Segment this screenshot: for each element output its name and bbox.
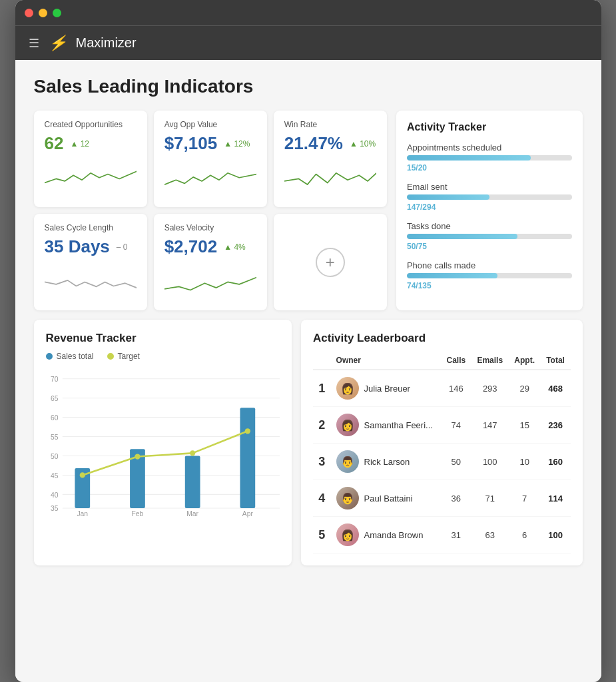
app-bar: ☰ ⚡ Maximizer xyxy=(15,25,601,60)
svg-text:40: 40 xyxy=(51,492,59,499)
target-dot-mar xyxy=(190,450,195,456)
svg-text:60: 60 xyxy=(51,414,59,422)
calls-cell: 146 xyxy=(441,370,471,407)
emails-cell: 71 xyxy=(471,480,509,517)
metric-change-1: ▲ 12% xyxy=(224,139,250,149)
menu-icon[interactable]: ☰ xyxy=(29,36,39,51)
activity-leaderboard: Activity Leaderboard Owner Calls Emails … xyxy=(301,320,583,565)
col-header-owner: Owner xyxy=(331,352,441,370)
metric-change-3: – 0 xyxy=(117,242,128,252)
svg-text:Jan: Jan xyxy=(77,510,88,517)
close-button[interactable] xyxy=(25,9,33,17)
owner-name: Paul Battaini xyxy=(364,494,413,504)
minimize-button[interactable] xyxy=(39,9,47,17)
bar-mar xyxy=(184,456,200,509)
avatar: 👩 xyxy=(336,523,359,546)
svg-text:Mar: Mar xyxy=(186,510,198,517)
add-metric-card[interactable]: + xyxy=(274,214,387,310)
titlebar xyxy=(15,0,601,25)
tracker-label-2: Tasks done xyxy=(407,221,572,231)
leaderboard-table: Owner Calls Emails Appt. Total 1 👩 Julia… xyxy=(313,352,571,553)
appt-cell: 15 xyxy=(509,407,541,444)
bottom-section: Revenue Tracker Sales total Target xyxy=(34,320,583,565)
top-section: Created Opportunities 62 ▲ 12 Avg Opp Va… xyxy=(34,111,583,310)
tracker-count-0: 15/20 xyxy=(407,163,572,172)
metric-label-4: Sales Velocity xyxy=(164,223,256,232)
activity-tracker-title: Activity Tracker xyxy=(407,121,572,133)
table-header-row: Owner Calls Emails Appt. Total xyxy=(313,352,571,370)
rank-cell: 3 xyxy=(313,444,331,480)
progress-fill-calls xyxy=(407,273,497,278)
svg-text:35: 35 xyxy=(51,505,59,512)
emails-cell: 63 xyxy=(471,517,509,553)
sparkline-4 xyxy=(164,264,256,296)
col-header-emails: Emails xyxy=(471,352,509,370)
calls-cell: 50 xyxy=(441,444,471,480)
metric-label-1: Avg Opp Value xyxy=(164,120,256,129)
tracker-label-3: Phone calls made xyxy=(407,260,572,270)
main-content: Sales Leading Indicators Created Opportu… xyxy=(15,60,601,682)
tracker-item-email: Email sent 147/294 xyxy=(407,182,572,212)
metric-value-3: 35 Days xyxy=(45,236,110,257)
tracker-label-1: Email sent xyxy=(407,182,572,192)
leaderboard-title: Activity Leaderboard xyxy=(313,332,571,345)
metric-card-win-rate: Win Rate 21.47% ▲ 10% xyxy=(274,111,387,207)
chart-legend: Sales total Target xyxy=(46,352,280,361)
maximize-button[interactable] xyxy=(53,9,61,17)
metric-change-2: ▲ 10% xyxy=(350,139,376,149)
progress-bar-tasks xyxy=(407,234,572,239)
owner-cell: 👩 Amanda Brown xyxy=(331,517,441,553)
rank-cell: 2 xyxy=(313,407,331,444)
tracker-count-1: 147/294 xyxy=(407,202,572,212)
tracker-count-2: 50/75 xyxy=(407,242,572,251)
svg-text:65: 65 xyxy=(51,395,59,402)
revenue-tracker: Revenue Tracker Sales total Target xyxy=(34,320,292,565)
total-cell: 100 xyxy=(541,517,571,553)
owner-name: Julia Breuer xyxy=(364,384,410,394)
revenue-chart-svg: 70 65 60 55 50 45 40 35 xyxy=(46,369,280,522)
add-metric-button[interactable]: + xyxy=(316,248,345,277)
sparkline-1 xyxy=(164,161,256,192)
tracker-item-tasks: Tasks done 50/75 xyxy=(407,221,572,251)
legend-dot-sales xyxy=(46,353,53,360)
logo-icon: ⚡ xyxy=(49,35,67,52)
col-header-calls: Calls xyxy=(441,352,471,370)
table-row: 4 👨 Paul Battaini 36 71 7 114 xyxy=(313,480,571,517)
total-cell: 114 xyxy=(541,480,571,517)
metric-label-3: Sales Cycle Length xyxy=(45,223,137,232)
metric-label-0: Created Opportunities xyxy=(45,120,137,129)
rank-cell: 5 xyxy=(313,517,331,553)
legend-target: Target xyxy=(107,352,140,361)
bar-apr xyxy=(240,408,255,508)
owner-cell: 👩 Samantha Feeri... xyxy=(331,407,441,444)
progress-fill-tasks xyxy=(407,234,517,239)
rank-cell: 1 xyxy=(313,370,331,407)
metrics-grid: Created Opportunities 62 ▲ 12 Avg Opp Va… xyxy=(34,111,387,310)
avatar: 👩 xyxy=(336,377,359,400)
owner-cell: 👨 Rick Larson xyxy=(331,444,441,480)
legend-label-target: Target xyxy=(118,352,140,361)
emails-cell: 293 xyxy=(471,370,509,407)
progress-fill-appointments xyxy=(407,155,531,161)
table-row: 2 👩 Samantha Feeri... 74 147 15 236 xyxy=(313,407,571,444)
svg-text:50: 50 xyxy=(51,453,59,460)
table-row: 3 👨 Rick Larson 50 100 10 160 xyxy=(313,444,571,480)
tracker-count-3: 74/135 xyxy=(407,281,572,290)
calls-cell: 36 xyxy=(441,480,471,517)
legend-label-sales: Sales total xyxy=(57,352,94,361)
metric-card-avg-opp-value: Avg Opp Value $7,105 ▲ 12% xyxy=(154,111,267,207)
progress-bar-appointments xyxy=(407,155,572,161)
svg-text:Feb: Feb xyxy=(131,510,143,517)
avatar: 👨 xyxy=(336,487,359,510)
metric-value-0: 62 xyxy=(45,133,64,154)
appt-cell: 6 xyxy=(509,517,541,553)
metric-value-2: 21.47% xyxy=(284,133,343,154)
avatar: 👩 xyxy=(336,414,359,436)
metric-change-0: ▲ 12 xyxy=(70,139,89,149)
app-window: ☰ ⚡ Maximizer Sales Leading Indicators C… xyxy=(15,0,601,682)
revenue-tracker-title: Revenue Tracker xyxy=(46,332,280,345)
col-header-appt: Appt. xyxy=(509,352,541,370)
legend-dot-target xyxy=(107,353,114,360)
appt-cell: 10 xyxy=(509,444,541,480)
progress-fill-email xyxy=(407,194,489,200)
